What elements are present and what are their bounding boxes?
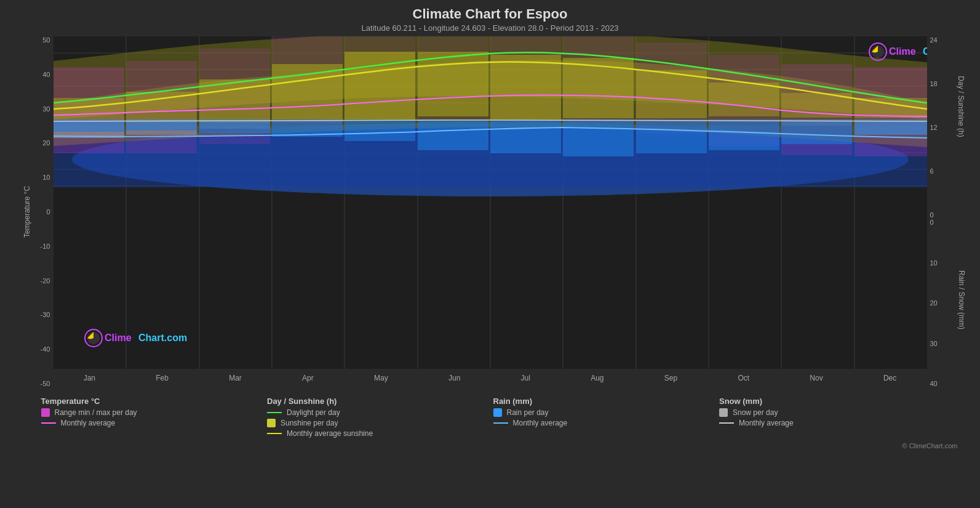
legend-temp: Temperature °C Range min / max per day M… xyxy=(41,397,261,440)
x-label-dec: Dec xyxy=(883,374,896,382)
chart-svg: Clime Chart.com Clime Chart.com xyxy=(54,36,927,369)
x-axis: Jan Feb Mar Apr May Jun Jul Aug Sep Oct … xyxy=(54,369,927,387)
x-label-aug: Aug xyxy=(591,374,604,382)
y-left-n20: -20 xyxy=(41,277,50,284)
rain-bars-oct xyxy=(709,119,779,150)
legend-rain-avg-item: Monthly average xyxy=(493,419,714,427)
legend-temp-avg-label: Monthly average xyxy=(61,419,116,427)
y-right-12: 12 xyxy=(930,124,938,131)
y-left-20: 20 xyxy=(42,139,50,147)
range-swatch xyxy=(41,408,50,417)
x-label-sep: Sep xyxy=(664,374,677,382)
rain-bars-jun xyxy=(418,119,488,150)
svg-text:Chart.com: Chart.com xyxy=(138,333,187,343)
legend-rain: Rain (mm) Rain per day Monthly average xyxy=(493,397,714,440)
legend-sunshine-avg-label: Monthly average sunshine xyxy=(287,429,373,438)
y-left-40: 40 xyxy=(42,71,50,78)
chart-subtitle: Latitude 60.211 - Longitude 24.603 - Ele… xyxy=(362,23,619,33)
legend-snow-day-item: Snow per day xyxy=(719,408,939,417)
y-left-n40: -40 xyxy=(41,345,50,353)
y-left-n30: -30 xyxy=(41,311,50,318)
y-right-0: 0 xyxy=(930,211,934,219)
y-right-24: 24 xyxy=(930,36,938,44)
logo-bottom-left-svg: Clime Chart.com xyxy=(85,329,187,347)
legend-temp-avg-item: Monthly average xyxy=(41,419,261,427)
svg-text:Clime: Clime xyxy=(889,46,916,57)
legend-range-item: Range min / max per day xyxy=(41,408,261,417)
legend-snow-day-label: Snow per day xyxy=(733,408,778,417)
sunshine-swatch xyxy=(267,419,276,427)
y-axis-right-top: 24 18 12 6 0 xyxy=(927,36,958,219)
y-left-10: 10 xyxy=(42,174,50,181)
legend-snow-avg-label: Monthly average xyxy=(739,419,794,427)
x-label-feb: Feb xyxy=(156,374,169,382)
y-axis-right-top-title: Day / Sunshine (h) xyxy=(957,76,965,137)
y-axis-left-title: Temperature °C xyxy=(23,186,31,238)
y-right-r10: 10 xyxy=(930,259,938,267)
legend-range-label: Range min / max per day xyxy=(55,408,137,417)
x-label-jul: Jul xyxy=(521,374,530,382)
y-left-n10: -10 xyxy=(41,243,50,250)
legend-sunshine-label: Sunshine per day xyxy=(281,419,338,427)
y-left-n50: -50 xyxy=(41,380,50,387)
sun-bars-apr xyxy=(272,64,343,119)
rain-bars-sep xyxy=(636,119,707,153)
copyright: © ClimeChart.com xyxy=(23,442,958,450)
y-left-30: 30 xyxy=(42,105,50,113)
legend-daylight-item: Daylight per day xyxy=(267,408,487,417)
legend-rain-day-item: Rain per day xyxy=(493,408,714,417)
y-right-r0: 0 xyxy=(930,219,934,226)
plot-area: Clime Chart.com Clime Chart.com xyxy=(54,36,927,369)
svg-text:Chart.com: Chart.com xyxy=(923,46,927,57)
legend-daylight-label: Daylight per day xyxy=(287,408,340,417)
legend-rain-title: Rain (mm) xyxy=(493,397,714,406)
sun-bars-oct xyxy=(709,83,779,116)
rain-bars-nov xyxy=(781,119,852,144)
x-label-apr: Apr xyxy=(302,374,314,382)
legend-rain-avg-label: Monthly average xyxy=(513,419,568,427)
rain-bars-dec xyxy=(855,119,927,135)
x-label-jun: Jun xyxy=(448,374,460,382)
legend-rain-day-label: Rain per day xyxy=(507,408,549,417)
y-right-r40: 40 xyxy=(930,380,938,387)
rain-bars-may xyxy=(345,119,415,141)
rain-avg-swatch xyxy=(493,422,508,424)
svg-text:Clime: Clime xyxy=(105,333,132,343)
y-axis-right-bottom-title: Rain / Snow (mm) xyxy=(957,270,966,329)
legend-snow: Snow (mm) Snow per day Monthly average xyxy=(719,397,939,440)
snow-avg-swatch xyxy=(719,422,734,424)
sun-bars-sep xyxy=(636,70,707,118)
y-right-r20: 20 xyxy=(930,299,938,307)
rain-bars-jul xyxy=(490,119,561,153)
sun-bars-jun xyxy=(418,52,488,116)
snow-day-swatch xyxy=(719,408,728,417)
legend-sunshine-avg-item: Monthly average sunshine xyxy=(267,429,487,438)
legend-day: Day / Sunshine (h) Daylight per day Suns… xyxy=(267,397,487,440)
x-label-jan: Jan xyxy=(84,374,95,382)
y-axis-right-bottom: 0 10 20 30 40 xyxy=(927,219,958,387)
legend-temp-title: Temperature °C xyxy=(41,397,261,406)
rain-bars-mar xyxy=(199,119,270,133)
temp-avg-swatch xyxy=(41,422,56,424)
chart-title: Climate Chart for Espoo xyxy=(413,6,568,22)
chart-area: 50 40 30 20 10 0 -10 -20 -30 -40 -50 24 … xyxy=(23,36,958,387)
sun-bars-jul xyxy=(490,55,561,119)
sun-bars-aug xyxy=(563,58,634,118)
rain-bars-aug xyxy=(563,119,634,156)
legend-snow-title: Snow (mm) xyxy=(719,397,939,406)
x-label-may: May xyxy=(374,374,388,382)
page-wrapper: Climate Chart for Espoo Latitude 60.211 … xyxy=(0,0,980,508)
rain-day-swatch xyxy=(493,408,502,417)
y-right-r30: 30 xyxy=(930,340,938,347)
x-label-oct: Oct xyxy=(738,374,749,382)
logo-top-right-svg: Clime Chart.com xyxy=(869,43,927,60)
sun-bars-feb xyxy=(126,92,197,123)
y-right-18: 18 xyxy=(930,80,938,87)
x-label-mar: Mar xyxy=(229,374,242,382)
x-label-nov: Nov xyxy=(810,374,823,382)
legend-snow-avg-item: Monthly average xyxy=(719,419,939,427)
legend-day-title: Day / Sunshine (h) xyxy=(267,397,487,406)
legend-area: Temperature °C Range min / max per day M… xyxy=(23,390,958,440)
y-right-6: 6 xyxy=(930,167,934,175)
daylight-swatch xyxy=(267,412,282,413)
